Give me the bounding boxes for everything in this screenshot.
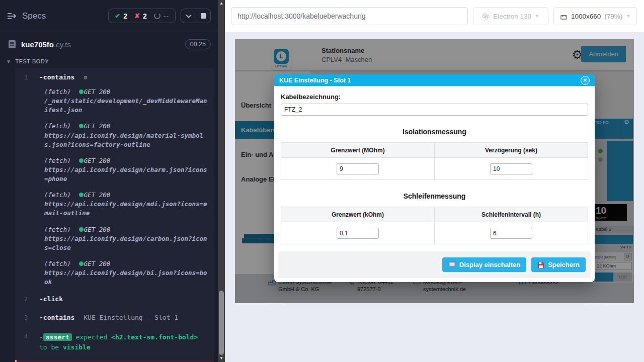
close-icon[interactable]: ✕ <box>581 76 590 85</box>
status-dot-icon <box>79 89 84 94</box>
loop-interval-input[interactable] <box>490 228 532 239</box>
spec-duration: 00:25 <box>185 39 211 49</box>
reporter-scrollbar[interactable]: ▲ ▼ <box>218 0 225 362</box>
isolation-table: Grenzwert (MOhm) Verzögerung (sek) <box>281 142 588 180</box>
fetch-url: https://api.iconify.design/bi.json?icons… <box>44 269 207 286</box>
isolation-section-title: Isolationsmessung <box>281 128 588 136</box>
assert-badge: assert <box>43 333 72 341</box>
command-method: -contains <box>39 73 74 81</box>
command-row[interactable]: 1 -contains ⚙ <box>15 70 214 84</box>
assert-row[interactable]: 4 ‑assert expected <h2.text-sm.font-bold… <box>15 329 214 355</box>
specs-menu-icon[interactable] <box>7 12 17 20</box>
specs-title[interactable]: Specs <box>22 11 46 21</box>
loop-limit-input[interactable] <box>337 228 379 239</box>
spec-name: kue705fo.cy.ts <box>21 40 71 49</box>
reporter-header: Specs ✔ 2 ✘ 2 -- <box>0 0 218 32</box>
monitor-icon <box>448 261 456 268</box>
command-row[interactable]: 2 -click <box>15 292 214 306</box>
iso-col2-header: Verzögerung (sek) <box>435 143 588 158</box>
command-arg: KUE Einstellung - Slot 1 <box>84 314 178 321</box>
status-dot-icon <box>79 261 84 266</box>
scroll-up-icon[interactable]: ▲ <box>219 0 223 7</box>
status-dot-icon <box>79 124 84 128</box>
fetch-log[interactable]: (fetch)GET 200 https://api.iconify.desig… <box>15 118 214 152</box>
fetch-url: https://api.iconify.design/carbon.json?i… <box>44 235 207 251</box>
cable-name-label: Kabelbezeichnung: <box>281 93 588 101</box>
command-method: -click <box>39 295 63 303</box>
iso-limit-input[interactable] <box>337 163 379 174</box>
status-dot-icon <box>79 158 84 163</box>
fetch-log[interactable]: (fetch)GET 200 https://api.iconify.desig… <box>15 222 214 256</box>
test-body-section-header[interactable]: ▼ TEST BODY <box>0 55 218 68</box>
status-dot-icon <box>79 227 84 232</box>
fetch-log[interactable]: (fetch)GET 200 https://api.iconify.desig… <box>15 153 214 187</box>
loop-table: Grenzwert (kOhm) Schleifenintervall (h) <box>281 207 588 244</box>
stop-button[interactable] <box>196 9 210 23</box>
fetch-url: https://api.iconify.design/charm.json?ic… <box>44 166 207 183</box>
loop-col2-header: Schleifenintervall (h) <box>435 207 588 222</box>
fetch-log[interactable]: (fetch)GET 200 https://api.iconify.desig… <box>15 187 214 221</box>
status-dot-icon <box>79 193 84 197</box>
page: Specs ✔ 2 ✘ 2 -- <box>0 0 644 362</box>
url-bar[interactable] <box>231 7 468 25</box>
command-row[interactable]: 3 -contains KUE Einstellung - Slot 1 <box>15 311 214 324</box>
cypress-reporter: Specs ✔ 2 ✘ 2 -- <box>0 0 218 362</box>
chevron-down-icon: ▼ <box>535 14 539 19</box>
collapse-button[interactable] <box>181 9 196 23</box>
floppy-icon <box>537 261 544 268</box>
app-under-test: L LITTWIN Stationsname CPLV4_Maschen ⚙ A… <box>235 39 634 303</box>
test-stats: ✔ 2 ✘ 2 -- <box>108 9 176 23</box>
fetch-log[interactable]: (fetch)GET 200 https://api.iconify.desig… <box>15 256 214 290</box>
passed-stat: ✔ 2 <box>115 12 127 20</box>
modal-title: KUE Einstellung - Slot 1 <box>279 77 351 84</box>
url-input[interactable] <box>231 12 467 20</box>
fetch-url: /_next/static/development/_devMiddleware… <box>44 97 207 114</box>
x-icon: ✘ <box>134 12 140 20</box>
modal-footer: Display einschalten Speichern <box>278 251 591 278</box>
loop-section-title: Schleifenmessung <box>281 192 588 200</box>
fetch-log[interactable]: (fetch)GET 200 /_next/static/development… <box>15 84 214 118</box>
display-on-button[interactable]: Display einschalten <box>442 257 526 272</box>
spec-row[interactable]: kue705fo.cy.ts 00:25 <box>0 32 218 55</box>
fetch-url: https://api.iconify.design/mdi.json?icon… <box>44 200 207 217</box>
browser-topbar: Electron 130 ▼ 1000x660 (79%) ▼ <box>225 0 644 32</box>
gear-icon: ⚙ <box>84 74 87 81</box>
electron-icon <box>482 13 490 20</box>
save-button[interactable]: Speichern <box>531 257 586 272</box>
iso-col1-header: Grenzwert (MOhm) <box>281 143 435 158</box>
scrollbar-thumb[interactable] <box>219 291 224 355</box>
command-log: 1 -contains ⚙ (fetch)GET 200 /_next/stat… <box>15 68 214 362</box>
viewport-zoom: (79%) <box>604 13 622 20</box>
chevron-down-icon: ▼ <box>626 14 630 19</box>
loop-col1-header: Grenzwert (kOhm) <box>281 207 435 222</box>
chevron-down-icon: ▼ <box>6 59 11 64</box>
modal-titlebar: KUE Einstellung - Slot 1 ✕ <box>274 74 595 86</box>
command-method: -contains <box>39 314 74 321</box>
check-icon: ✔ <box>115 12 120 20</box>
iso-delay-input[interactable] <box>490 163 532 174</box>
fetch-url: https://api.iconify.design/material-symb… <box>44 132 203 148</box>
viewport-select[interactable]: 1000x660 (79%) ▼ <box>553 7 637 25</box>
failed-stat: ✘ 2 <box>134 12 147 20</box>
run-controls <box>181 9 211 23</box>
pending-stat: -- <box>154 12 169 20</box>
ruler-icon <box>560 13 568 20</box>
kue-settings-modal: KUE Einstellung - Slot 1 ✕ Kabelbezeichn… <box>274 74 595 282</box>
spec-file-icon <box>8 40 16 49</box>
scroll-down-icon[interactable]: ▼ <box>219 355 223 362</box>
cable-name-input[interactable] <box>281 104 588 116</box>
failed-command-row[interactable]: 5 -contains ✕ 0 <box>15 360 214 362</box>
browser-select[interactable]: Electron 130 ▼ <box>473 7 548 25</box>
assert-element: <h2.text-sm.font-bold> <box>111 333 198 341</box>
stage: Electron 130 ▼ 1000x660 (79%) ▼ L LITTWI… <box>225 0 644 362</box>
spinner-icon <box>154 13 160 19</box>
stop-icon <box>201 13 206 19</box>
